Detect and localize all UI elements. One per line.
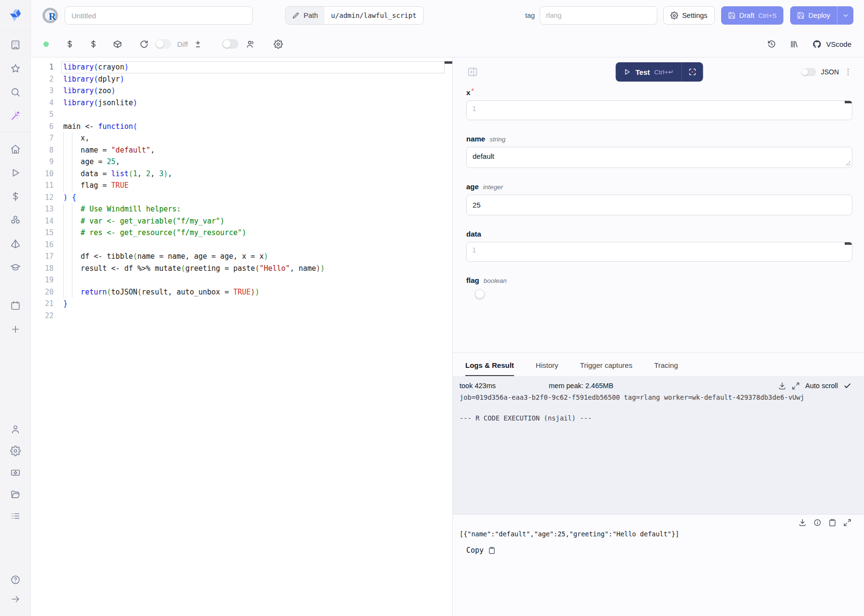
deploy-dropdown-button[interactable] xyxy=(837,6,853,25)
kebab-menu-icon[interactable] xyxy=(844,68,852,76)
check-icon[interactable] xyxy=(843,382,851,390)
editor-scrollbar-thumb[interactable] xyxy=(445,61,452,64)
path-group: Path u/admin/lawful_script xyxy=(285,6,424,25)
line-number: 9 xyxy=(31,156,54,168)
code-line[interactable]: 15 # res <- get_resource("f/my_resource"… xyxy=(31,227,452,239)
collapse-sidebar-icon[interactable] xyxy=(10,594,21,604)
script-title-input[interactable] xyxy=(65,6,253,25)
ai-wand-icon[interactable] xyxy=(10,111,21,121)
settings-button[interactable]: Settings xyxy=(663,6,714,25)
code-line[interactable]: 21} xyxy=(31,298,452,310)
sidebar-item-favorites[interactable] xyxy=(10,63,21,74)
sidebar-item-create[interactable] xyxy=(10,324,21,335)
sidebar-item-resources[interactable] xyxy=(10,215,21,225)
vscode-button[interactable]: VScode xyxy=(812,40,851,49)
app: R Path u/admin/lawful_script tag Setting… xyxy=(0,0,864,616)
tab-logs-result[interactable]: Logs & Result xyxy=(465,353,514,376)
download-result-icon[interactable] xyxy=(798,518,807,527)
deploy-button-label: Deploy xyxy=(808,12,830,19)
sidebar-item-runs[interactable] xyxy=(10,168,21,178)
sidebar-item-learn[interactable] xyxy=(10,262,21,273)
code-line[interactable]: 2library(dplyr) xyxy=(31,73,452,85)
code-line[interactable]: 22 xyxy=(31,310,452,322)
code-line[interactable]: 19 xyxy=(31,274,452,286)
info-icon[interactable] xyxy=(813,518,822,527)
history-icon[interactable] xyxy=(767,40,776,49)
line-number: 12 xyxy=(31,192,54,204)
code-line[interactable]: 20 return(toJSON(result, auto_unbox = TR… xyxy=(31,286,452,298)
sidebar-item-workspace[interactable] xyxy=(10,40,21,50)
preview-toggle[interactable] xyxy=(222,39,238,49)
code-editor[interactable]: 1library(crayon)2library(dplyr)3library(… xyxy=(31,57,453,616)
logs-body: job=019d356a-eaa3-b2f0-9c62-f591edb56500… xyxy=(460,392,851,422)
gear-icon[interactable] xyxy=(274,40,283,49)
field-age-input[interactable] xyxy=(466,195,852,215)
tab-history[interactable]: History xyxy=(536,353,558,376)
copy-button[interactable]: Copy xyxy=(466,546,851,555)
help-icon[interactable] xyxy=(10,574,21,585)
sidebar-item-home[interactable] xyxy=(10,144,21,154)
code-line[interactable]: 13 # Use Windmill helpers: xyxy=(31,203,452,215)
draft-button-label: Draft xyxy=(739,12,754,19)
diff-toggle[interactable] xyxy=(155,39,171,49)
library-icon[interactable] xyxy=(790,40,799,49)
code-line[interactable]: 4library(jsonlite) xyxy=(31,97,452,109)
copy-result-icon[interactable] xyxy=(828,518,836,527)
code-line[interactable]: 5 xyxy=(31,109,452,121)
json-toggle[interactable] xyxy=(802,68,816,76)
draft-button[interactable]: Draft Ctrl+S xyxy=(721,6,783,25)
code-line[interactable]: 14 # var <- get_variable("f/my_var") xyxy=(31,215,452,227)
expand-logs-icon[interactable] xyxy=(792,382,800,390)
field-label-data: data xyxy=(466,230,852,238)
search-icon[interactable] xyxy=(10,87,21,98)
code-line[interactable]: 7 x, xyxy=(31,132,452,144)
sidebar-item-variables[interactable] xyxy=(10,191,21,202)
sidebar-item-folders[interactable] xyxy=(10,489,21,500)
code-line[interactable]: 8 name = "default", xyxy=(31,144,452,156)
edit-path-button[interactable]: Path xyxy=(286,7,324,24)
code-line[interactable]: 1library(crayon) xyxy=(31,61,452,73)
code-line[interactable]: 18 result <- df %>% mutate(greeting = pa… xyxy=(31,263,452,275)
deploy-button[interactable]: Deploy xyxy=(790,6,837,25)
code-line[interactable]: 16 xyxy=(31,239,452,251)
code-line[interactable]: 3library(zoo) xyxy=(31,85,452,97)
left-sidebar xyxy=(0,0,31,616)
tab-trigger-captures[interactable]: Trigger captures xyxy=(580,353,633,376)
sidebar-item-account[interactable] xyxy=(10,424,21,434)
resource-dollar-icon[interactable] xyxy=(89,40,98,49)
collapse-panel-icon[interactable] xyxy=(466,66,479,78)
panel-tabs: Logs & ResultHistoryTrigger capturesTrac… xyxy=(453,353,864,376)
test-shortcut: Ctrl+↵ xyxy=(654,68,673,76)
field-x-name: x xyxy=(466,88,470,97)
code-line[interactable]: 11 flag = TRUE xyxy=(31,180,452,192)
sidebar-item-workers[interactable] xyxy=(10,467,21,478)
sidebar-item-schedules[interactable] xyxy=(10,300,21,311)
variable-dollar-icon[interactable] xyxy=(65,40,74,49)
capture-test-button[interactable] xyxy=(682,62,703,82)
code-line[interactable]: 9 age = 25, xyxy=(31,156,452,168)
package-icon[interactable] xyxy=(113,40,122,49)
test-button[interactable]: Test Ctrl+↵ xyxy=(616,68,682,76)
field-flag-name: flag xyxy=(466,276,479,284)
users-icon[interactable] xyxy=(246,40,255,49)
field-name-input[interactable]: default xyxy=(466,147,852,168)
tag-input[interactable] xyxy=(540,6,657,25)
refresh-icon[interactable] xyxy=(139,40,149,49)
code-line[interactable]: 6main <- function( xyxy=(31,121,452,133)
windmill-logo[interactable] xyxy=(0,0,30,31)
tab-tracing[interactable]: Tracing xyxy=(654,353,678,376)
expand-result-icon[interactable] xyxy=(843,518,851,527)
field-data-input[interactable]: 1 xyxy=(466,242,852,262)
sidebar-item-triggers[interactable] xyxy=(10,238,21,249)
code-line[interactable]: 17 df <- tibble(name = name, age = age, … xyxy=(31,251,452,263)
plus-minus-icon[interactable] xyxy=(194,40,203,49)
field-x-input[interactable]: 1 xyxy=(466,100,852,120)
code-line[interactable]: 10 data = list(1, 2, 3), xyxy=(31,168,452,180)
autoscroll-label[interactable]: Auto scroll xyxy=(805,382,838,390)
save-icon xyxy=(728,12,736,19)
sidebar-item-audit-logs[interactable] xyxy=(10,511,21,521)
code-line[interactable]: 12) { xyxy=(31,192,452,204)
download-logs-icon[interactable] xyxy=(778,382,786,390)
github-cat-icon xyxy=(812,40,822,49)
sidebar-item-settings[interactable] xyxy=(10,446,21,456)
